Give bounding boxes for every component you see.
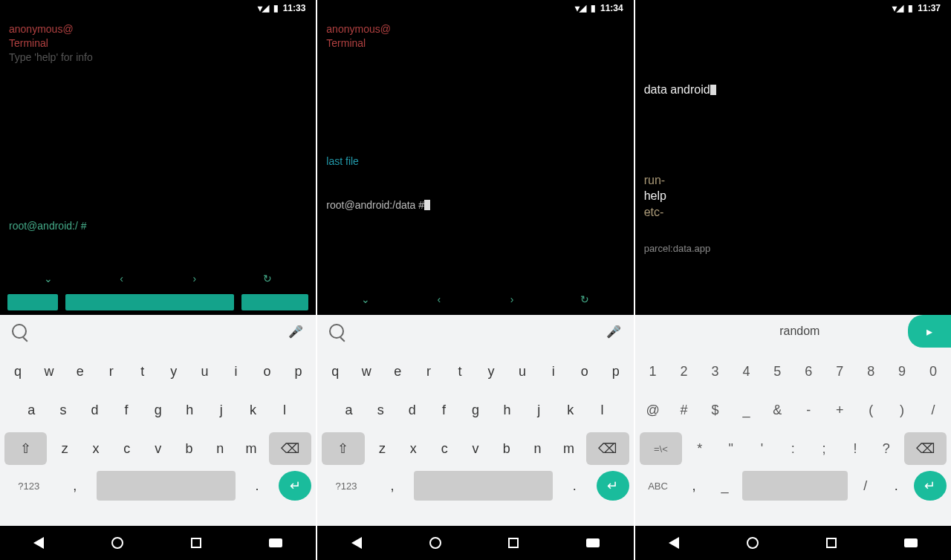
key-p[interactable]: p: [603, 355, 629, 388]
key-4[interactable]: 4: [733, 355, 759, 388]
search-icon[interactable]: [12, 324, 27, 339]
key-'[interactable]: ': [749, 432, 776, 465]
period-key[interactable]: .: [557, 471, 592, 501]
nav-recent-icon[interactable]: [826, 538, 837, 548]
key-t[interactable]: t: [447, 355, 473, 388]
underscore-key[interactable]: _: [712, 471, 738, 501]
key-j[interactable]: j: [208, 394, 236, 426]
key-g[interactable]: g: [144, 394, 172, 426]
nav-keyboard-icon[interactable]: [904, 538, 918, 547]
key-a[interactable]: a: [18, 394, 45, 426]
key-b[interactable]: b: [176, 432, 203, 465]
key-*[interactable]: *: [687, 432, 713, 465]
key-p[interactable]: p: [285, 355, 311, 388]
key-v[interactable]: v: [462, 432, 489, 465]
session-tab-1[interactable]: [7, 294, 58, 310]
nav-recent-icon[interactable]: [508, 538, 519, 548]
key-)[interactable]: ): [889, 394, 915, 426]
toolbar-ctrl-2[interactable]: ‹: [432, 293, 447, 308]
mode-switch-key[interactable]: ABC: [640, 471, 677, 501]
key-_[interactable]: _: [733, 394, 759, 426]
mic-icon[interactable]: 🎤: [288, 325, 304, 339]
key-7[interactable]: 7: [826, 355, 853, 388]
comma-key[interactable]: ,: [57, 471, 92, 501]
terminal-area[interactable]: data android run- help etc- parcel:data.…: [635, 16, 951, 315]
toolbar-ctrl-3[interactable]: ›: [504, 293, 519, 308]
key-e[interactable]: e: [67, 355, 94, 388]
key-6[interactable]: 6: [795, 355, 822, 388]
key-8[interactable]: 8: [857, 355, 884, 388]
shift-key[interactable]: ⇧: [4, 432, 47, 465]
nav-home-icon[interactable]: [111, 537, 123, 549]
key-2[interactable]: 2: [671, 355, 698, 388]
key-b[interactable]: b: [493, 432, 520, 465]
key-r[interactable]: r: [415, 355, 442, 388]
shift-key[interactable]: ⇧: [322, 432, 364, 465]
search-icon[interactable]: [329, 324, 344, 339]
key-m[interactable]: m: [556, 432, 582, 465]
enter-key[interactable]: ↵: [914, 471, 947, 501]
key-z[interactable]: z: [369, 432, 396, 465]
backspace-key[interactable]: ⌫: [586, 432, 629, 465]
key-q[interactable]: q: [322, 355, 348, 388]
key-c[interactable]: c: [114, 432, 140, 465]
key-x[interactable]: x: [82, 432, 109, 465]
key-d[interactable]: d: [399, 394, 426, 426]
nav-keyboard-icon[interactable]: [586, 538, 600, 547]
key-i[interactable]: i: [223, 355, 250, 388]
key-k[interactable]: k: [556, 394, 584, 426]
key-y[interactable]: y: [160, 355, 187, 388]
toolbar-ctrl-4[interactable]: ↻: [577, 293, 592, 308]
key-z[interactable]: z: [51, 432, 78, 465]
key-1[interactable]: 1: [640, 355, 666, 388]
key-y[interactable]: y: [478, 355, 504, 388]
toolbar-ctrl-3[interactable]: ›: [187, 273, 202, 287]
enter-key[interactable]: ↵: [597, 471, 629, 501]
key-@[interactable]: @: [640, 394, 666, 426]
mode-switch-key[interactable]: ?123: [4, 471, 53, 501]
key--[interactable]: -: [795, 394, 822, 426]
period-key[interactable]: .: [240, 471, 275, 501]
comma-key[interactable]: ,: [681, 471, 707, 501]
key-k[interactable]: k: [239, 394, 267, 426]
key-q[interactable]: q: [4, 355, 31, 388]
key-9[interactable]: 9: [889, 355, 915, 388]
key-o[interactable]: o: [253, 355, 280, 388]
key-f[interactable]: f: [430, 394, 458, 426]
toolbar-ctrl-1[interactable]: ⌄: [358, 293, 373, 308]
key-![interactable]: !: [842, 432, 869, 465]
mic-icon[interactable]: 🎤: [606, 325, 622, 339]
session-tab-3[interactable]: [241, 294, 308, 310]
key-t[interactable]: t: [129, 355, 156, 388]
comma-key[interactable]: ,: [375, 471, 410, 501]
key-a[interactable]: a: [335, 394, 363, 426]
nav-home-icon[interactable]: [747, 537, 759, 549]
key-#[interactable]: #: [671, 394, 698, 426]
key-g[interactable]: g: [462, 394, 490, 426]
key-u[interactable]: u: [192, 355, 218, 388]
mode-switch-key[interactable]: ?123: [322, 471, 370, 501]
key-"[interactable]: ": [718, 432, 744, 465]
key-s[interactable]: s: [50, 394, 77, 426]
key-r[interactable]: r: [98, 355, 125, 388]
terminal-area[interactable]: anonymous@ Terminal last file root@andro…: [317, 16, 633, 287]
key-([interactable]: (: [857, 394, 884, 426]
key-0[interactable]: 0: [920, 355, 947, 388]
terminal-area[interactable]: anonymous@ Terminal Type 'help' for info…: [0, 16, 316, 266]
period-key[interactable]: .: [883, 471, 909, 501]
key-j[interactable]: j: [525, 394, 553, 426]
key-/[interactable]: /: [920, 394, 947, 426]
session-tab-2[interactable]: [65, 294, 234, 310]
enter-key[interactable]: ↵: [279, 471, 311, 501]
backspace-key[interactable]: ⌫: [904, 432, 947, 465]
key-h[interactable]: h: [176, 394, 204, 426]
key-d[interactable]: d: [81, 394, 108, 426]
key-f[interactable]: f: [113, 394, 140, 426]
key-n[interactable]: n: [525, 432, 551, 465]
space-key[interactable]: [97, 471, 236, 501]
sym-more-key[interactable]: =\<: [640, 432, 682, 465]
key-3[interactable]: 3: [702, 355, 729, 388]
key-w[interactable]: w: [36, 355, 62, 388]
key-i[interactable]: i: [540, 355, 567, 388]
key-c[interactable]: c: [431, 432, 458, 465]
